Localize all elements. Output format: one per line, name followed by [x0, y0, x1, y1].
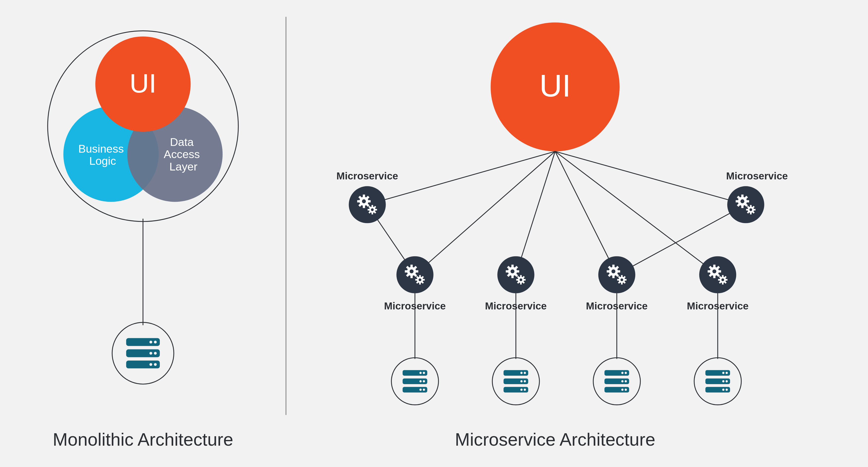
- monolithic-group: UI Business Logic Data Access Layer Mono…: [48, 31, 238, 449]
- svg-line-40: [516, 151, 555, 275]
- ms-to-db-lines: [415, 291, 718, 359]
- database-icon: [706, 370, 730, 392]
- microservice-group: UI Microservice: [337, 22, 788, 449]
- svg-line-39: [415, 151, 555, 275]
- microservice-node-4: Microservice: [586, 256, 648, 312]
- microservice-node-3: Microservice: [485, 256, 547, 312]
- database-icon: [126, 338, 160, 369]
- ui-to-ms-lines: [367, 151, 746, 275]
- ms-label-5: Microservice: [687, 300, 749, 312]
- micro-ui: UI: [491, 22, 620, 151]
- microservice-node-5: Microservice: [687, 256, 749, 312]
- database-icon: [503, 370, 528, 392]
- svg-line-41: [555, 151, 617, 275]
- ms-label-2: Microservice: [384, 300, 446, 312]
- ms-label-1: Microservice: [337, 170, 398, 182]
- mono-ui-label: UI: [129, 68, 156, 98]
- micro-db-2: [492, 358, 539, 405]
- micro-ui-label: UI: [539, 68, 571, 103]
- architecture-diagram: UI Business Logic Data Access Layer Mono…: [0, 0, 868, 467]
- micro-db-3: [593, 358, 641, 405]
- micro-title: Microservice Architecture: [455, 430, 655, 449]
- micro-db-1: [391, 358, 438, 405]
- svg-line-42: [555, 151, 718, 275]
- micro-db-4: [694, 358, 741, 405]
- microservice-node-2: Microservice: [384, 256, 446, 312]
- ms-label-3: Microservice: [485, 300, 547, 312]
- mono-title: Monolithic Architecture: [53, 430, 233, 449]
- database-icon: [604, 370, 629, 392]
- ms-label-6: Microservice: [726, 170, 788, 182]
- database-icon: [402, 370, 427, 392]
- microservice-node-6: Microservice: [726, 170, 788, 223]
- svg-line-43: [555, 151, 746, 205]
- microservice-node-1: Microservice: [337, 170, 398, 223]
- ms-label-4: Microservice: [586, 300, 648, 312]
